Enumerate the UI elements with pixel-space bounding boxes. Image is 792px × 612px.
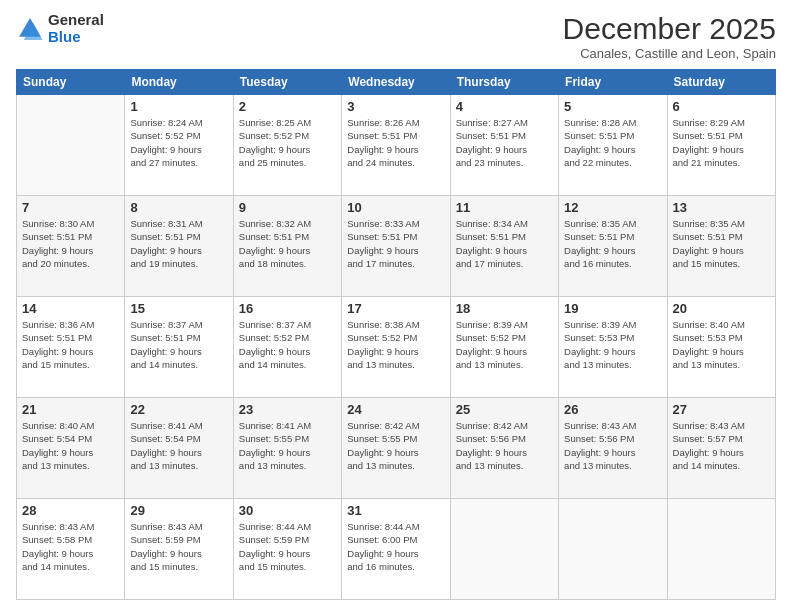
col-friday: Friday <box>559 70 667 95</box>
month-title: December 2025 <box>563 12 776 46</box>
day-number: 23 <box>239 402 336 417</box>
day-info: Sunrise: 8:39 AMSunset: 5:53 PMDaylight:… <box>564 318 661 371</box>
day-number: 14 <box>22 301 119 316</box>
table-row: 7Sunrise: 8:30 AMSunset: 5:51 PMDaylight… <box>17 196 125 297</box>
day-number: 7 <box>22 200 119 215</box>
day-info: Sunrise: 8:43 AMSunset: 5:56 PMDaylight:… <box>564 419 661 472</box>
col-wednesday: Wednesday <box>342 70 450 95</box>
day-info: Sunrise: 8:24 AMSunset: 5:52 PMDaylight:… <box>130 116 227 169</box>
day-number: 21 <box>22 402 119 417</box>
day-number: 26 <box>564 402 661 417</box>
day-number: 18 <box>456 301 553 316</box>
day-info: Sunrise: 8:41 AMSunset: 5:55 PMDaylight:… <box>239 419 336 472</box>
day-info: Sunrise: 8:42 AMSunset: 5:56 PMDaylight:… <box>456 419 553 472</box>
day-info: Sunrise: 8:35 AMSunset: 5:51 PMDaylight:… <box>564 217 661 270</box>
table-row: 10Sunrise: 8:33 AMSunset: 5:51 PMDayligh… <box>342 196 450 297</box>
table-row: 13Sunrise: 8:35 AMSunset: 5:51 PMDayligh… <box>667 196 775 297</box>
table-row: 29Sunrise: 8:43 AMSunset: 5:59 PMDayligh… <box>125 499 233 600</box>
day-number: 13 <box>673 200 770 215</box>
table-row: 11Sunrise: 8:34 AMSunset: 5:51 PMDayligh… <box>450 196 558 297</box>
table-row: 28Sunrise: 8:43 AMSunset: 5:58 PMDayligh… <box>17 499 125 600</box>
col-thursday: Thursday <box>450 70 558 95</box>
day-number: 29 <box>130 503 227 518</box>
day-info: Sunrise: 8:44 AMSunset: 6:00 PMDaylight:… <box>347 520 444 573</box>
col-sunday: Sunday <box>17 70 125 95</box>
table-row: 1Sunrise: 8:24 AMSunset: 5:52 PMDaylight… <box>125 95 233 196</box>
day-info: Sunrise: 8:42 AMSunset: 5:55 PMDaylight:… <box>347 419 444 472</box>
day-info: Sunrise: 8:40 AMSunset: 5:53 PMDaylight:… <box>673 318 770 371</box>
table-row: 14Sunrise: 8:36 AMSunset: 5:51 PMDayligh… <box>17 297 125 398</box>
col-saturday: Saturday <box>667 70 775 95</box>
day-info: Sunrise: 8:43 AMSunset: 5:58 PMDaylight:… <box>22 520 119 573</box>
day-info: Sunrise: 8:37 AMSunset: 5:51 PMDaylight:… <box>130 318 227 371</box>
table-row: 6Sunrise: 8:29 AMSunset: 5:51 PMDaylight… <box>667 95 775 196</box>
day-number: 2 <box>239 99 336 114</box>
table-row: 23Sunrise: 8:41 AMSunset: 5:55 PMDayligh… <box>233 398 341 499</box>
col-monday: Monday <box>125 70 233 95</box>
day-number: 17 <box>347 301 444 316</box>
logo-text: General Blue <box>48 12 104 45</box>
day-info: Sunrise: 8:27 AMSunset: 5:51 PMDaylight:… <box>456 116 553 169</box>
table-row: 12Sunrise: 8:35 AMSunset: 5:51 PMDayligh… <box>559 196 667 297</box>
day-number: 10 <box>347 200 444 215</box>
table-row: 20Sunrise: 8:40 AMSunset: 5:53 PMDayligh… <box>667 297 775 398</box>
day-number: 19 <box>564 301 661 316</box>
table-row: 26Sunrise: 8:43 AMSunset: 5:56 PMDayligh… <box>559 398 667 499</box>
table-row: 8Sunrise: 8:31 AMSunset: 5:51 PMDaylight… <box>125 196 233 297</box>
day-info: Sunrise: 8:26 AMSunset: 5:51 PMDaylight:… <box>347 116 444 169</box>
day-info: Sunrise: 8:30 AMSunset: 5:51 PMDaylight:… <box>22 217 119 270</box>
day-number: 15 <box>130 301 227 316</box>
header: General Blue December 2025 Canales, Cast… <box>16 12 776 61</box>
day-number: 6 <box>673 99 770 114</box>
day-number: 20 <box>673 301 770 316</box>
day-info: Sunrise: 8:34 AMSunset: 5:51 PMDaylight:… <box>456 217 553 270</box>
col-tuesday: Tuesday <box>233 70 341 95</box>
day-info: Sunrise: 8:38 AMSunset: 5:52 PMDaylight:… <box>347 318 444 371</box>
table-row: 17Sunrise: 8:38 AMSunset: 5:52 PMDayligh… <box>342 297 450 398</box>
day-info: Sunrise: 8:40 AMSunset: 5:54 PMDaylight:… <box>22 419 119 472</box>
location-subtitle: Canales, Castille and Leon, Spain <box>563 46 776 61</box>
table-row: 25Sunrise: 8:42 AMSunset: 5:56 PMDayligh… <box>450 398 558 499</box>
day-number: 27 <box>673 402 770 417</box>
calendar-header-row: Sunday Monday Tuesday Wednesday Thursday… <box>17 70 776 95</box>
day-info: Sunrise: 8:39 AMSunset: 5:52 PMDaylight:… <box>456 318 553 371</box>
day-info: Sunrise: 8:29 AMSunset: 5:51 PMDaylight:… <box>673 116 770 169</box>
day-info: Sunrise: 8:33 AMSunset: 5:51 PMDaylight:… <box>347 217 444 270</box>
page: General Blue December 2025 Canales, Cast… <box>0 0 792 612</box>
day-info: Sunrise: 8:35 AMSunset: 5:51 PMDaylight:… <box>673 217 770 270</box>
table-row: 24Sunrise: 8:42 AMSunset: 5:55 PMDayligh… <box>342 398 450 499</box>
day-number: 24 <box>347 402 444 417</box>
table-row: 30Sunrise: 8:44 AMSunset: 5:59 PMDayligh… <box>233 499 341 600</box>
logo: General Blue <box>16 12 104 45</box>
day-number: 16 <box>239 301 336 316</box>
logo-icon <box>16 15 44 43</box>
day-info: Sunrise: 8:32 AMSunset: 5:51 PMDaylight:… <box>239 217 336 270</box>
day-number: 8 <box>130 200 227 215</box>
day-info: Sunrise: 8:31 AMSunset: 5:51 PMDaylight:… <box>130 217 227 270</box>
day-number: 4 <box>456 99 553 114</box>
day-number: 28 <box>22 503 119 518</box>
day-info: Sunrise: 8:28 AMSunset: 5:51 PMDaylight:… <box>564 116 661 169</box>
day-number: 11 <box>456 200 553 215</box>
title-area: December 2025 Canales, Castille and Leon… <box>563 12 776 61</box>
day-number: 5 <box>564 99 661 114</box>
day-number: 3 <box>347 99 444 114</box>
day-info: Sunrise: 8:43 AMSunset: 5:57 PMDaylight:… <box>673 419 770 472</box>
table-row: 27Sunrise: 8:43 AMSunset: 5:57 PMDayligh… <box>667 398 775 499</box>
day-info: Sunrise: 8:41 AMSunset: 5:54 PMDaylight:… <box>130 419 227 472</box>
day-number: 31 <box>347 503 444 518</box>
table-row: 4Sunrise: 8:27 AMSunset: 5:51 PMDaylight… <box>450 95 558 196</box>
day-number: 12 <box>564 200 661 215</box>
table-row <box>559 499 667 600</box>
table-row: 21Sunrise: 8:40 AMSunset: 5:54 PMDayligh… <box>17 398 125 499</box>
table-row <box>667 499 775 600</box>
day-info: Sunrise: 8:44 AMSunset: 5:59 PMDaylight:… <box>239 520 336 573</box>
table-row: 3Sunrise: 8:26 AMSunset: 5:51 PMDaylight… <box>342 95 450 196</box>
day-info: Sunrise: 8:43 AMSunset: 5:59 PMDaylight:… <box>130 520 227 573</box>
calendar-table: Sunday Monday Tuesday Wednesday Thursday… <box>16 69 776 600</box>
table-row: 22Sunrise: 8:41 AMSunset: 5:54 PMDayligh… <box>125 398 233 499</box>
table-row: 31Sunrise: 8:44 AMSunset: 6:00 PMDayligh… <box>342 499 450 600</box>
day-info: Sunrise: 8:25 AMSunset: 5:52 PMDaylight:… <box>239 116 336 169</box>
table-row <box>17 95 125 196</box>
day-info: Sunrise: 8:37 AMSunset: 5:52 PMDaylight:… <box>239 318 336 371</box>
